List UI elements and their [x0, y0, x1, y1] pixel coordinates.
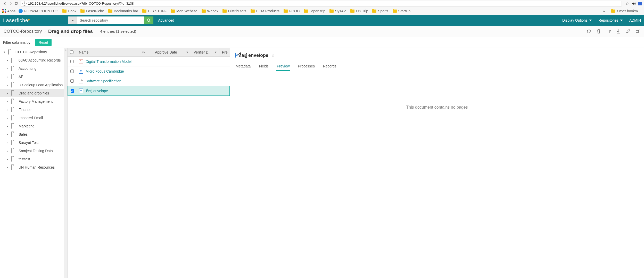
chevron-right-icon[interactable]: ▸ — [7, 92, 9, 95]
chevron-right-icon[interactable]: ▸ — [7, 59, 9, 62]
tree-item[interactable]: ▸ Somjeat Testing Data — [0, 147, 67, 155]
bookmark-item[interactable]: Bank — [62, 9, 76, 13]
file-name-cell[interactable]: ที่อยู่ envelope — [77, 88, 229, 94]
bookmark-item[interactable]: Bookmarks bar — [108, 9, 138, 13]
tree-item[interactable]: ▸ testtest — [0, 155, 67, 163]
column-name[interactable]: Name ▴ ▼ — [76, 48, 152, 56]
tree-item[interactable]: ▸ Accounting — [0, 64, 67, 73]
column-pre[interactable]: Pre — [219, 48, 230, 56]
forward-button[interactable] — [8, 1, 13, 6]
bookmark-item[interactable]: DIS STUFF — [142, 9, 167, 13]
admin-link[interactable]: ADMIN — [629, 18, 641, 22]
reload-button[interactable] — [13, 1, 19, 6]
tree-item[interactable]: ▸ Sarayut Test — [0, 138, 67, 147]
bookmark-star-icon[interactable]: ☆ — [625, 1, 629, 6]
chevron-right-icon[interactable]: ▸ — [7, 158, 9, 161]
sound-icon[interactable] — [632, 2, 636, 6]
display-options-menu[interactable]: Display Options — [562, 18, 592, 22]
url-input[interactable] — [28, 2, 620, 5]
chevron-right-icon[interactable]: ▸ — [7, 83, 9, 87]
other-bookmarks[interactable]: Other bookm — [611, 9, 638, 13]
reset-button[interactable]: Reset — [35, 39, 52, 46]
apps-button[interactable]: Apps — [2, 9, 15, 13]
search-button[interactable] — [144, 16, 153, 24]
chevron-right-icon[interactable]: ▸ — [7, 133, 9, 136]
bookmark-item[interactable]: Webex — [202, 9, 218, 13]
scrollbar[interactable]: ▴ — [64, 48, 67, 278]
chevron-right-icon[interactable]: ▸ — [7, 100, 9, 103]
tree-item[interactable]: ▸ 00AC Accounting Records — [0, 56, 67, 64]
bookmark-item[interactable]: Japan trip — [304, 9, 325, 13]
bookmark-item[interactable]: FLOWACCOUNT.CO — [19, 9, 58, 13]
tree-item[interactable]: ▸ Marketing — [0, 122, 67, 130]
file-name-cell[interactable]: Micro Focus Cambridge — [76, 69, 230, 74]
tab-fields[interactable]: Fields — [258, 62, 269, 71]
delete-icon[interactable] — [596, 29, 601, 34]
file-name-cell[interactable]: Software Specification — [76, 79, 230, 83]
file-name-cell[interactable]: Digital Transformation Model — [76, 59, 230, 64]
chevron-right-icon[interactable]: ▸ — [7, 149, 9, 153]
filter-icon[interactable]: ▼ — [142, 51, 144, 54]
tree-item[interactable]: ▸ Imported Email — [0, 114, 67, 122]
bookmark-item[interactable]: FOOD — [284, 9, 300, 13]
file-row[interactable]: Software Specification — [68, 76, 230, 86]
chevron-right-icon[interactable]: ▸ — [7, 166, 9, 169]
file-link[interactable]: ที่อยู่ envelope — [86, 88, 108, 94]
tab-records[interactable]: Records — [323, 62, 337, 71]
tree-root[interactable]: ▾ COTCO-Repository — [0, 48, 67, 56]
edit-icon[interactable] — [625, 29, 631, 34]
column-approve-date[interactable]: Approve Date ▼ — [152, 48, 191, 56]
rename-icon[interactable] — [635, 29, 640, 34]
bookmarks-overflow[interactable]: » — [601, 9, 607, 13]
bookmark-item[interactable]: Man Website — [171, 9, 197, 13]
bookmark-item[interactable]: SysAid — [329, 9, 346, 13]
favorite-star-icon[interactable]: ☆ — [271, 53, 275, 58]
chevron-down-icon[interactable]: ▾ — [4, 50, 6, 54]
file-row[interactable]: Digital Transformation Model — [68, 57, 230, 66]
new-folder-icon[interactable] — [606, 29, 611, 34]
file-row[interactable]: ที่อยู่ envelope — [68, 86, 230, 96]
row-checkbox[interactable] — [68, 70, 76, 73]
tree-item[interactable]: ▸ Drag and drop files — [0, 89, 67, 97]
row-checkbox[interactable] — [68, 79, 76, 83]
tab-metadata[interactable]: Metadata — [235, 62, 251, 71]
row-checkbox[interactable] — [68, 60, 76, 63]
file-link[interactable]: Digital Transformation Model — [86, 59, 131, 64]
bookmark-item[interactable]: Sports — [372, 9, 388, 13]
bookmark-item[interactable]: ECM Products — [251, 9, 279, 13]
chevron-right-icon[interactable]: ▸ — [7, 141, 9, 144]
tree-item[interactable]: ▸ Sales — [0, 130, 67, 138]
file-row[interactable]: Micro Focus Cambridge — [68, 66, 230, 76]
search-input[interactable] — [77, 16, 144, 24]
tree-item[interactable]: ▸ AP — [0, 73, 67, 81]
column-verifier[interactable]: Verifier D... ▼ — [191, 48, 219, 56]
filter-icon[interactable]: ▼ — [186, 51, 189, 54]
extension-icon[interactable] — [638, 2, 642, 5]
tree-item[interactable]: ▸ D Scaleup Loan Application — [0, 81, 67, 89]
breadcrumb-root[interactable]: COTCO-Repository — [4, 29, 42, 34]
folder-tree[interactable]: ▾ COTCO-Repository ▸ 00AC Accounting Rec… — [0, 48, 68, 278]
select-all-checkbox[interactable] — [68, 48, 76, 56]
chevron-right-icon[interactable]: ▸ — [7, 67, 9, 70]
file-link[interactable]: Software Specification — [86, 79, 121, 83]
tree-item[interactable]: ▸ Finance — [0, 106, 67, 114]
file-link[interactable]: Micro Focus Cambridge — [86, 69, 124, 73]
bookmark-item[interactable]: LaserFiche — [80, 9, 104, 13]
refresh-icon[interactable] — [586, 29, 591, 34]
bookmark-item[interactable]: US Trip — [350, 9, 368, 13]
chevron-right-icon[interactable]: ▸ — [7, 116, 9, 120]
chevron-right-icon[interactable]: ▸ — [7, 108, 9, 111]
search-scope-dropdown[interactable]: ▾ — [68, 16, 77, 24]
site-info-icon[interactable]: i — [22, 2, 27, 6]
repositories-menu[interactable]: Repositories — [598, 18, 623, 22]
tab-preview[interactable]: Preview — [276, 62, 290, 71]
filter-icon[interactable]: ▼ — [214, 51, 217, 54]
back-button[interactable] — [2, 1, 8, 6]
tab-processes[interactable]: Processes — [298, 62, 315, 71]
chevron-right-icon[interactable]: ▸ — [7, 125, 9, 128]
bookmark-item[interactable]: StartUp — [393, 9, 410, 13]
url-bar[interactable]: i — [21, 1, 622, 6]
download-icon[interactable] — [616, 29, 621, 34]
row-checkbox[interactable] — [68, 89, 77, 93]
advanced-search-link[interactable]: Advanced — [158, 18, 174, 22]
